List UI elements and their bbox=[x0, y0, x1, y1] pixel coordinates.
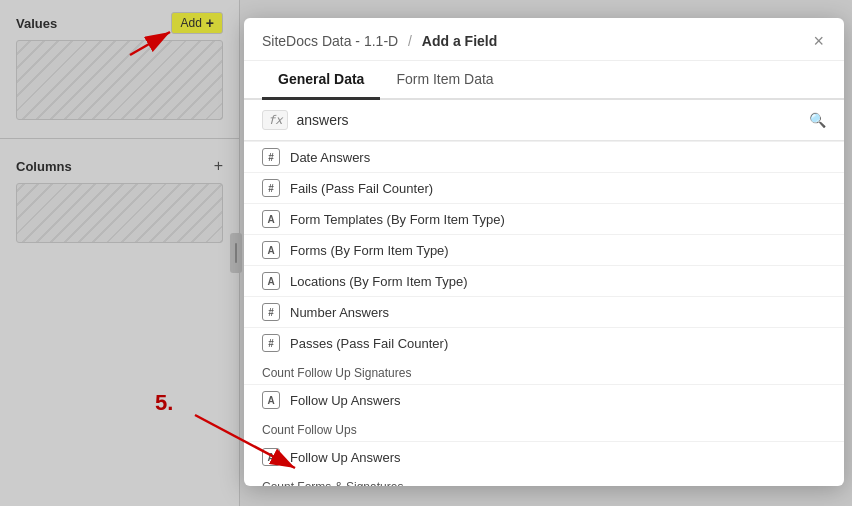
list-item[interactable]: A Locations (By Form Item Type) bbox=[244, 265, 844, 296]
item-label: Fails (Pass Fail Counter) bbox=[290, 181, 433, 196]
item-label: Passes (Pass Fail Counter) bbox=[290, 336, 448, 351]
type-badge-hash: # bbox=[262, 334, 280, 352]
group-header-follow-up-signatures: Count Follow Up Signatures bbox=[244, 358, 844, 384]
item-label: Locations (By Form Item Type) bbox=[290, 274, 468, 289]
fx-label: fx bbox=[262, 110, 288, 130]
type-badge-a: A bbox=[262, 210, 280, 228]
type-badge-hash: # bbox=[262, 179, 280, 197]
tab-form-item-data[interactable]: Form Item Data bbox=[380, 61, 509, 100]
list-item[interactable]: A Follow Up Answers bbox=[244, 384, 844, 415]
search-bar: fx 🔍 bbox=[244, 100, 844, 141]
search-icon: 🔍 bbox=[809, 112, 826, 128]
modal-header: SiteDocs Data - 1.1-D / Add a Field × bbox=[244, 18, 844, 61]
item-label: Follow Up Answers bbox=[290, 450, 401, 465]
type-badge-hash: # bbox=[262, 303, 280, 321]
list-item[interactable]: A Forms (By Form Item Type) bbox=[244, 234, 844, 265]
type-badge-a: A bbox=[262, 241, 280, 259]
list-item[interactable]: A Follow Up Answers bbox=[244, 441, 844, 472]
list-item[interactable]: # Number Answers bbox=[244, 296, 844, 327]
modal-title-separator: / bbox=[408, 33, 412, 49]
modal-title-prefix: SiteDocs Data - 1.1-D bbox=[262, 33, 398, 49]
modal-tabs: General Data Form Item Data bbox=[244, 61, 844, 100]
modal-title-action: Add a Field bbox=[422, 33, 497, 49]
item-label: Follow Up Answers bbox=[290, 393, 401, 408]
modal-close-button[interactable]: × bbox=[811, 32, 826, 50]
list-item[interactable]: # Date Answers bbox=[244, 141, 844, 172]
group-header-follow-ups: Count Follow Ups bbox=[244, 415, 844, 441]
search-input[interactable] bbox=[296, 112, 801, 128]
list-item[interactable]: # Fails (Pass Fail Counter) bbox=[244, 172, 844, 203]
list-item[interactable]: A Form Templates (By Form Item Type) bbox=[244, 203, 844, 234]
modal-dialog: SiteDocs Data - 1.1-D / Add a Field × Ge… bbox=[244, 18, 844, 486]
tab-general-data[interactable]: General Data bbox=[262, 61, 380, 100]
item-label: Date Answers bbox=[290, 150, 370, 165]
list-item[interactable]: # Passes (Pass Fail Counter) bbox=[244, 327, 844, 358]
item-label: Form Templates (By Form Item Type) bbox=[290, 212, 505, 227]
item-label: Number Answers bbox=[290, 305, 389, 320]
modal-list: # Date Answers # Fails (Pass Fail Counte… bbox=[244, 141, 844, 486]
type-badge-a: A bbox=[262, 391, 280, 409]
type-badge-a: A bbox=[262, 448, 280, 466]
item-label: Forms (By Form Item Type) bbox=[290, 243, 449, 258]
modal-title: SiteDocs Data - 1.1-D / Add a Field bbox=[262, 33, 497, 49]
group-header-forms-signatures: Count Forms & Signatures bbox=[244, 472, 844, 486]
type-badge-a: A bbox=[262, 272, 280, 290]
type-badge-hash: # bbox=[262, 148, 280, 166]
